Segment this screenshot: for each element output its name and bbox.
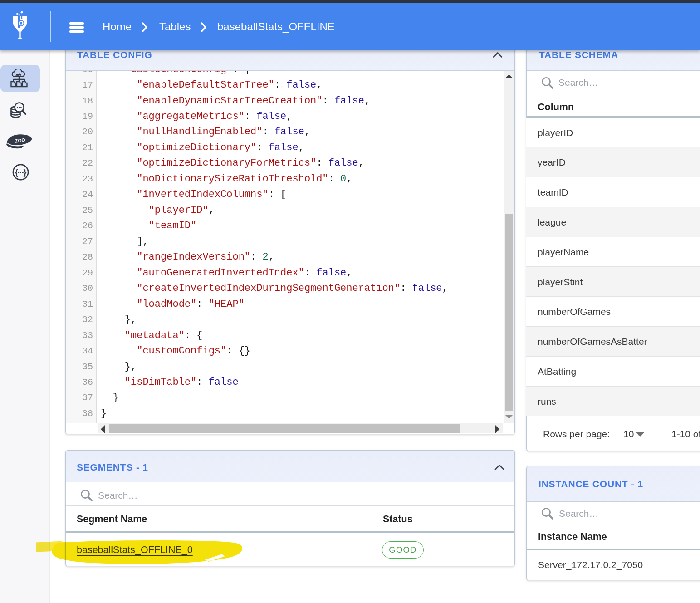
svg-text:{: { bbox=[15, 168, 18, 177]
svg-text:}: } bbox=[24, 168, 27, 177]
